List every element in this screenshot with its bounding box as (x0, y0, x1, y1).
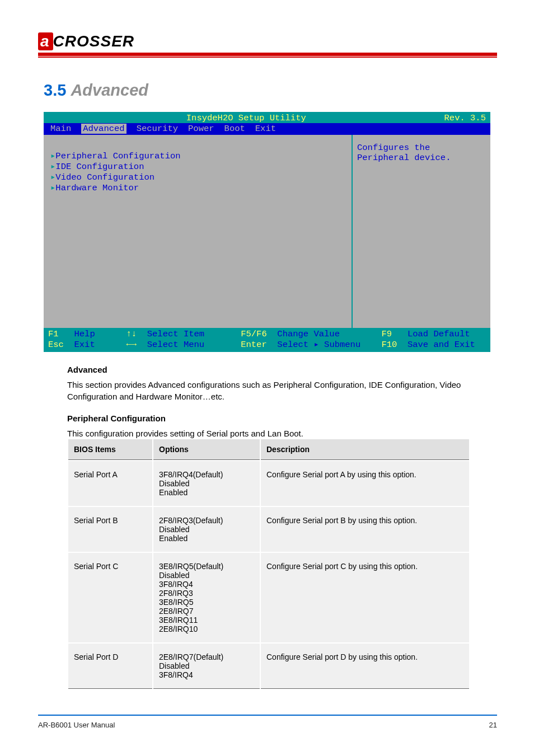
menu-ide-config[interactable]: ▸IDE Configuration (50, 161, 345, 172)
bios-title-bar: InsydeH2O Setup Utility Rev. 3.5 (44, 112, 490, 123)
th-options: Options (153, 439, 260, 460)
cell-item: Serial Port D (68, 644, 152, 689)
cell-options: 2E8/IRQ7(Default) Disabled 3F8/IRQ4 (153, 644, 260, 689)
tab-boot[interactable]: Boot (224, 124, 245, 134)
table-row: Serial Port A 3F8/IRQ4(Default) Disabled… (68, 461, 469, 506)
key-updown-label: Select Item (147, 329, 204, 339)
cell-desc: Configure Serial port B by using this op… (261, 507, 469, 552)
triangle-icon: ▸ (50, 172, 55, 182)
table-header-row: BIOS Items Options Description (68, 439, 469, 460)
cell-desc: Configure Serial port D by using this op… (261, 644, 469, 689)
key-f5f6: F5/F6 (241, 329, 267, 339)
menu-item-label: Hardware Monitor (55, 183, 139, 193)
logo-highlight: a (38, 32, 53, 50)
logo: aCROSSER (38, 32, 134, 50)
footer-page-number: 21 (489, 721, 497, 729)
key-f9-label: Load Default (407, 329, 470, 339)
menu-video-config[interactable]: ▸Video Configuration (50, 172, 345, 182)
triangle-icon: ▸ (50, 183, 55, 193)
config-table: BIOS Items Options Description Serial Po… (67, 438, 470, 690)
cell-desc: Configure Serial port C by using this op… (261, 553, 469, 642)
cell-options: 2F8/IRQ3(Default) Disabled Enabled (153, 507, 260, 552)
key-f1-label: Help (74, 329, 95, 339)
tab-main[interactable]: Main (50, 124, 71, 134)
key-enter: Enter (241, 340, 267, 350)
logo-rest: CROSSER (53, 32, 134, 50)
key-enter-label: Select ▸ Submenu (277, 340, 360, 350)
key-leftright-label: Select Menu (147, 340, 204, 350)
cell-options: 3E8/IRQ5(Default) Disabled 3F8/IRQ4 2F8/… (153, 553, 260, 642)
th-items: BIOS Items (68, 439, 152, 460)
bios-utility-name: InsydeH2O Setup Utility (186, 113, 306, 123)
key-f1: F1 (48, 329, 59, 339)
key-f5f6-label: Change Value (277, 329, 340, 339)
help-text: Configures the (357, 143, 486, 153)
help-text: Peripheral device. (357, 153, 486, 163)
table-row: Serial Port B 2F8/IRQ3(Default) Disabled… (68, 507, 469, 552)
cell-item: Serial Port A (68, 461, 152, 506)
table-row: Serial Port C 3E8/IRQ5(Default) Disabled… (68, 553, 469, 642)
key-leftright: ←→ (127, 340, 137, 350)
paragraph-advanced: Advanced This section provides Advanced … (67, 364, 470, 449)
header-divider (38, 53, 497, 56)
paragraph-title: Peripheral Configuration (67, 412, 470, 424)
tab-exit[interactable]: Exit (255, 124, 276, 134)
cell-options: 3F8/IRQ4(Default) Disabled Enabled (153, 461, 260, 506)
cell-item: Serial Port C (68, 553, 152, 642)
menu-item-label: Video Configuration (55, 172, 154, 182)
bios-screenshot: InsydeH2O Setup Utility Rev. 3.5 Main Ad… (44, 112, 490, 352)
key-f9: F9 (381, 329, 392, 339)
paragraph-body: This configuration provides setting of S… (67, 428, 470, 439)
table-row: Serial Port D 2E8/IRQ7(Default) Disabled… (68, 644, 469, 689)
bios-help-panel: Configures the Peripheral device. (352, 135, 490, 328)
section-number: 3.5 (44, 81, 66, 99)
bios-tab-bar: Main Advanced Security Power Boot Exit (44, 123, 490, 135)
key-f10-label: Save and Exit (407, 340, 475, 350)
key-updown: ↑↓ (127, 329, 137, 339)
key-esc-label: Exit (74, 340, 95, 350)
bios-body: ▸Peripheral Configuration ▸IDE Configura… (44, 135, 490, 328)
key-esc: Esc (48, 340, 64, 350)
menu-peripheral-config[interactable]: ▸Peripheral Configuration (50, 151, 345, 161)
tab-advanced[interactable]: Advanced (81, 124, 126, 134)
cell-desc: Configure Serial port A by using this op… (261, 461, 469, 506)
menu-hardware-monitor[interactable]: ▸Hardware Monitor (50, 182, 345, 193)
th-description: Description (261, 439, 469, 460)
paragraph-body: This section provides Advanced configura… (67, 379, 470, 402)
triangle-icon: ▸ (50, 162, 55, 172)
page-footer: AR-B6001 User Manual 21 (38, 721, 497, 729)
tab-power[interactable]: Power (188, 124, 214, 134)
triangle-icon: ▸ (50, 151, 55, 161)
bios-revision: Rev. 3.5 (444, 113, 486, 123)
menu-item-label: Peripheral Configuration (55, 151, 180, 161)
tab-security[interactable]: Security (137, 124, 178, 134)
footer-divider (38, 715, 497, 716)
bios-key-legend: F1 Help ↑↓ Select Item F5/F6 Change Valu… (44, 328, 490, 352)
cell-item: Serial Port B (68, 507, 152, 552)
paragraph-title: Advanced (67, 364, 470, 375)
section-heading: 3.5 Advanced (44, 81, 148, 100)
menu-item-label: IDE Configuration (55, 162, 144, 172)
footer-doc-title: AR-B6001 User Manual (38, 721, 115, 729)
key-f10: F10 (381, 340, 397, 350)
bios-menu-panel: ▸Peripheral Configuration ▸IDE Configura… (44, 135, 352, 328)
section-title-text: Advanced (71, 81, 148, 99)
